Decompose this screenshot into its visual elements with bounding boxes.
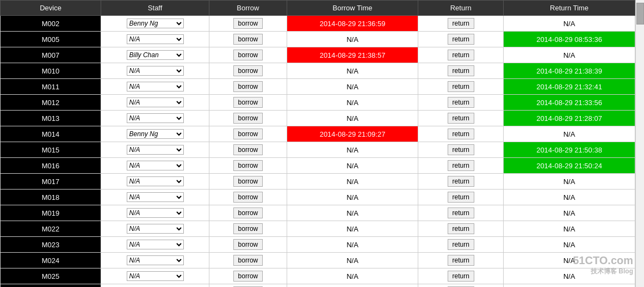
return-cell[interactable]: return xyxy=(418,126,504,142)
borrow-button[interactable]: borrow xyxy=(233,160,263,171)
staff-cell[interactable]: N/A xyxy=(101,79,209,95)
borrow-cell[interactable]: borrow xyxy=(209,253,287,268)
borrow-button[interactable]: borrow xyxy=(233,129,263,139)
staff-cell[interactable]: N/A xyxy=(101,190,209,205)
staff-cell[interactable]: N/A xyxy=(101,95,209,111)
return-button[interactable]: return xyxy=(448,97,474,108)
return-cell[interactable]: return xyxy=(418,284,504,288)
borrow-button[interactable]: borrow xyxy=(233,239,263,250)
staff-select[interactable]: Benny Ng xyxy=(127,19,184,28)
borrow-cell[interactable]: borrow xyxy=(209,268,287,284)
borrow-cell[interactable]: borrow xyxy=(209,205,287,221)
borrow-button[interactable]: borrow xyxy=(233,176,263,187)
staff-select[interactable]: N/A xyxy=(127,97,184,107)
return-cell[interactable]: return xyxy=(418,268,504,284)
borrow-button[interactable]: borrow xyxy=(233,34,263,45)
staff-cell[interactable]: Billy Chan xyxy=(101,47,209,63)
return-button[interactable]: return xyxy=(448,271,474,282)
staff-select[interactable]: N/A xyxy=(127,66,184,76)
return-cell[interactable]: return xyxy=(418,221,504,237)
borrow-cell[interactable]: borrow xyxy=(209,237,287,253)
borrow-button[interactable]: borrow xyxy=(233,18,263,29)
return-cell[interactable]: return xyxy=(418,190,504,205)
borrow-button[interactable]: borrow xyxy=(233,192,263,203)
return-button[interactable]: return xyxy=(448,192,474,203)
staff-select[interactable]: Billy Chan xyxy=(127,50,184,60)
borrow-button[interactable]: borrow xyxy=(233,223,263,234)
borrow-cell[interactable]: borrow xyxy=(209,190,287,205)
staff-cell[interactable]: N/A xyxy=(101,237,209,253)
staff-select[interactable]: N/A xyxy=(127,34,184,44)
return-button[interactable]: return xyxy=(448,34,474,45)
borrow-button[interactable]: borrow xyxy=(233,65,263,76)
staff-cell[interactable]: N/A xyxy=(101,221,209,237)
staff-cell[interactable]: N/A xyxy=(101,174,209,190)
borrow-cell[interactable]: borrow xyxy=(209,126,287,142)
borrow-button[interactable]: borrow xyxy=(233,81,263,92)
borrow-button[interactable]: borrow xyxy=(233,271,263,282)
borrow-cell[interactable]: borrow xyxy=(209,47,287,63)
borrow-cell[interactable]: borrow xyxy=(209,111,287,126)
staff-cell[interactable]: N/A xyxy=(101,32,209,47)
staff-cell[interactable]: N/A xyxy=(101,253,209,268)
borrow-cell[interactable]: borrow xyxy=(209,142,287,158)
borrow-cell[interactable]: borrow xyxy=(209,63,287,79)
return-cell[interactable]: return xyxy=(418,16,504,32)
return-button[interactable]: return xyxy=(448,113,474,124)
return-button[interactable]: return xyxy=(448,176,474,187)
return-button[interactable]: return xyxy=(448,50,474,60)
return-button[interactable]: return xyxy=(448,18,474,29)
return-cell[interactable]: return xyxy=(418,95,504,111)
return-cell[interactable]: return xyxy=(418,47,504,63)
staff-cell[interactable]: N/A xyxy=(101,205,209,221)
return-cell[interactable]: return xyxy=(418,174,504,190)
return-button[interactable]: return xyxy=(448,160,474,171)
return-cell[interactable]: return xyxy=(418,79,504,95)
staff-select[interactable]: N/A xyxy=(127,82,184,91)
return-cell[interactable]: return xyxy=(418,63,504,79)
staff-select[interactable]: N/A xyxy=(127,255,184,265)
borrow-button[interactable]: borrow xyxy=(233,50,263,60)
staff-select[interactable]: N/A xyxy=(127,224,184,234)
staff-select[interactable]: N/A xyxy=(127,113,184,123)
borrow-cell[interactable]: borrow xyxy=(209,16,287,32)
staff-select[interactable]: N/A xyxy=(127,271,184,281)
return-cell[interactable]: return xyxy=(418,237,504,253)
borrow-cell[interactable]: borrow xyxy=(209,158,287,174)
staff-select[interactable]: N/A xyxy=(127,145,184,155)
return-cell[interactable]: return xyxy=(418,205,504,221)
staff-select[interactable]: N/A xyxy=(127,208,184,218)
borrow-cell[interactable]: borrow xyxy=(209,79,287,95)
scrollbar-thumb[interactable] xyxy=(636,3,644,25)
return-button[interactable]: return xyxy=(448,144,474,155)
staff-cell[interactable]: N/A xyxy=(101,111,209,126)
borrow-button[interactable]: borrow xyxy=(233,113,263,124)
return-cell[interactable]: return xyxy=(418,32,504,47)
return-cell[interactable]: return xyxy=(418,142,504,158)
return-button[interactable]: return xyxy=(448,255,474,266)
borrow-cell[interactable]: borrow xyxy=(209,95,287,111)
borrow-button[interactable]: borrow xyxy=(233,207,263,218)
staff-cell[interactable]: Benny Ng xyxy=(101,126,209,142)
borrow-button[interactable]: borrow xyxy=(233,255,263,266)
return-button[interactable]: return xyxy=(448,223,474,234)
borrow-cell[interactable]: borrow xyxy=(209,284,287,288)
scrollbar[interactable] xyxy=(635,0,644,287)
return-button[interactable]: return xyxy=(448,129,474,139)
return-button[interactable]: return xyxy=(448,239,474,250)
staff-cell[interactable]: Benny Ng xyxy=(101,16,209,32)
borrow-cell[interactable]: borrow xyxy=(209,174,287,190)
borrow-button[interactable]: borrow xyxy=(233,97,263,108)
staff-select[interactable]: Benny Ng xyxy=(127,129,184,139)
staff-select[interactable]: N/A xyxy=(127,176,184,186)
return-button[interactable]: return xyxy=(448,65,474,76)
return-cell[interactable]: return xyxy=(418,253,504,268)
return-cell[interactable]: return xyxy=(418,158,504,174)
staff-select[interactable]: N/A xyxy=(127,161,184,170)
return-button[interactable]: return xyxy=(448,81,474,92)
staff-cell[interactable]: N/A xyxy=(101,63,209,79)
staff-cell[interactable]: N/A xyxy=(101,142,209,158)
staff-cell[interactable]: N/A xyxy=(101,268,209,284)
return-button[interactable]: return xyxy=(448,207,474,218)
return-cell[interactable]: return xyxy=(418,111,504,126)
